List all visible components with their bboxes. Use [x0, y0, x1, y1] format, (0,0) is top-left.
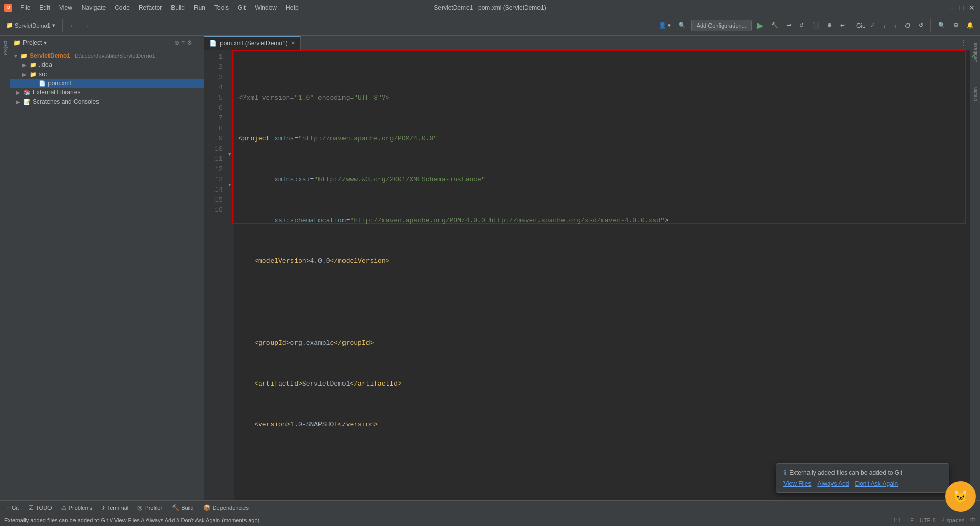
menu-edit[interactable]: Edit [35, 3, 54, 12]
tree-item-pom[interactable]: 📄 pom.xml [10, 79, 204, 88]
tree-item-scratches[interactable]: ▶ 📝 Scratches and Consoles [10, 97, 204, 106]
undo-button[interactable]: ↩ [837, 20, 848, 30]
minimize-button[interactable]: ─ [947, 4, 955, 12]
bottom-tab-dependencies[interactable]: 📦 Dependencies [199, 503, 253, 512]
hide-panel-icon[interactable]: — [194, 39, 201, 46]
tree-item-root[interactable]: ▼ 📁 ServletDemo1 D:\code\Java\bite\Servl… [10, 51, 204, 60]
git-history-button[interactable]: ⏱ [902, 21, 914, 30]
code-line-5: <modelVersion>4.0.0</modelVersion> [238, 256, 966, 267]
bottom-tab-git[interactable]: ⑂ Git [2, 503, 23, 512]
code-editor[interactable]: 1 2 3 4 5 6 7 8 9 10 11 12 13 14 15 16 ▼… [204, 50, 970, 500]
bottom-tab-build[interactable]: 🔨 Build [167, 503, 198, 512]
titlebar-left: IJ File Edit View Navigate Code Refactor… [4, 3, 303, 12]
bottom-tab-todo[interactable]: ☑ TODO [24, 503, 56, 512]
statusbar-left: Externally added files can be added to G… [4, 517, 259, 523]
bottom-tab-profiler[interactable]: ◎ Profiler [133, 503, 166, 512]
line-num-13: 13 [206, 175, 223, 185]
search-button[interactable]: 🔍 [935, 20, 948, 30]
menu-run[interactable]: Run [190, 3, 209, 12]
tree-item-external-libs[interactable]: ▶ 📚 External Libraries [10, 88, 204, 97]
menu-code[interactable]: Code [111, 3, 134, 12]
pom-icon: 📄 [39, 80, 46, 87]
problems-tab-label: Problems [69, 505, 92, 511]
todo-tab-label: TODO [36, 505, 52, 511]
right-sidebar-icons: Database Maven [970, 36, 980, 500]
menu-git[interactable]: Git [234, 3, 250, 12]
xml-decl-1: <?xml version= [238, 93, 294, 103]
navigate-forward-button[interactable]: → [81, 21, 92, 30]
statusbar-line-ending[interactable]: LF [907, 517, 914, 523]
menu-build[interactable]: Build [167, 3, 189, 12]
editor-tabs-more[interactable]: ⋮ [957, 36, 970, 50]
search-everywhere-button[interactable]: 🔍 [676, 20, 689, 30]
options-icon[interactable]: ⚙ [187, 39, 192, 46]
fold-indicator-14[interactable]: ▼ [228, 183, 231, 188]
bottom-tab-problems[interactable]: ⚠ Problems [57, 503, 96, 512]
code-content[interactable]: <?xml version="1.0" encoding="UTF-8"?> <… [234, 50, 970, 500]
line-num-10: 10 [206, 144, 223, 154]
menu-tools[interactable]: Tools [210, 3, 233, 12]
user-button[interactable]: 👤 ▾ [656, 20, 674, 30]
back-button-toolbar[interactable]: ↩ [783, 20, 794, 30]
fold-indicator-11[interactable]: ▼ [228, 152, 231, 157]
maven-panel-icon[interactable]: Maven [973, 82, 978, 106]
xml-val-1a: "1.0" [294, 93, 314, 103]
menu-navigate[interactable]: Navigate [78, 3, 110, 12]
menu-help[interactable]: Help [282, 3, 303, 12]
line-num-3: 3 [206, 73, 223, 83]
menu-view[interactable]: View [55, 3, 77, 12]
add-configuration-button[interactable]: Add Configuration... [691, 20, 752, 31]
project-dropdown[interactable]: 📁 ServletDemo1 ▾ [3, 20, 58, 30]
code-line-9: <version>1.0-SNAPSHOT</version> [238, 420, 966, 430]
project-title-button[interactable]: Project ▾ [23, 39, 47, 46]
menu-refactor[interactable]: Refactor [135, 3, 166, 12]
tree-item-src[interactable]: ▶ 📁 src [10, 69, 204, 79]
bottom-tab-terminal[interactable]: ❯ Terminal [97, 503, 132, 512]
code-line-1: <?xml version="1.0" encoding="UTF-8"?> [238, 93, 966, 103]
git-update-button[interactable]: ↓ [880, 21, 889, 30]
git-check-button[interactable]: ✓ [867, 20, 878, 30]
build-tab-icon: 🔨 [172, 504, 179, 511]
src-arrow: ▶ [22, 71, 28, 77]
code-line-7: <groupId>org.example</groupId> [238, 338, 966, 348]
statusbar: Externally added files can be added to G… [0, 514, 980, 526]
line-num-16: 16 [206, 205, 223, 216]
profiler-tab-label: Profiler [144, 505, 162, 511]
statusbar-encoding[interactable]: UTF-8 [920, 517, 936, 523]
idea-label: .idea [39, 61, 52, 68]
maximize-button[interactable]: □ [958, 4, 966, 12]
line-num-8: 8 [206, 124, 223, 134]
menu-window[interactable]: Window [251, 3, 281, 12]
locate-icon[interactable]: ⊕ [174, 39, 179, 46]
pom-label: pom.xml [48, 80, 71, 87]
statusbar-lang[interactable]: 中 [970, 516, 976, 524]
notifications-button[interactable]: 🔔 [964, 20, 977, 30]
build-button[interactable]: 🔨 [768, 20, 781, 30]
close-button[interactable]: ✕ [968, 4, 976, 12]
line-num-5: 5 [206, 93, 223, 103]
toast-always-add-link[interactable]: Always Add [817, 480, 849, 487]
collapse-all-icon[interactable]: ≡ [181, 39, 185, 46]
statusbar-indent[interactable]: 4 spaces [942, 517, 964, 523]
coverage-button[interactable]: ⊕ [824, 20, 835, 30]
rerun-button[interactable]: ↺ [796, 20, 807, 30]
stop-button[interactable]: ⬛ [809, 20, 822, 30]
statusbar-right: 1:1 LF UTF-8 4 spaces 中 [893, 516, 976, 524]
editor-tab-pom[interactable]: 📄 pom.xml (ServletDemo1) ✕ [204, 36, 301, 50]
settings-button[interactable]: ⚙ [950, 20, 962, 30]
git-revert-button[interactable]: ↺ [916, 20, 926, 30]
menu-file[interactable]: File [16, 3, 34, 12]
toast-view-files-link[interactable]: View Files [783, 480, 811, 487]
toolbar-separator-2 [852, 19, 852, 32]
toast-dont-ask-link[interactable]: Don't Ask Again [855, 480, 898, 487]
navigate-back-button[interactable]: ← [67, 21, 79, 30]
tab-close-button[interactable]: ✕ [291, 40, 295, 46]
run-button[interactable]: ▶ [754, 19, 766, 32]
tree-item-idea[interactable]: ▶ 📁 .idea [10, 60, 204, 69]
titlebar: IJ File Edit View Navigate Code Refactor… [0, 0, 980, 15]
statusbar-position[interactable]: 1:1 [893, 517, 901, 523]
toolbar-separator-1 [62, 19, 63, 32]
project-sidebar-icon[interactable]: Project [1, 38, 10, 58]
idea-arrow: ▶ [22, 62, 28, 68]
git-push-button[interactable]: ↑ [891, 21, 900, 30]
